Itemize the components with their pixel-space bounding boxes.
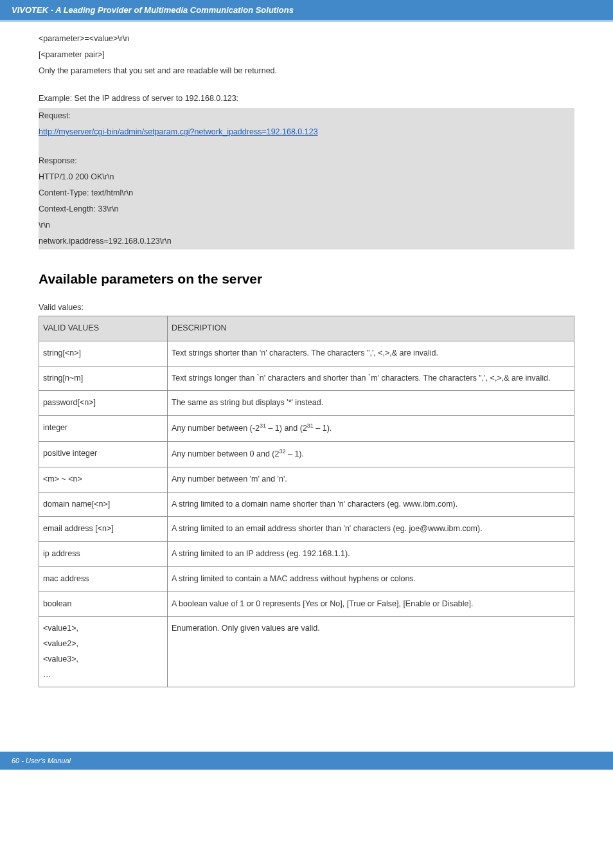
table-row: mac address A string limited to contain … xyxy=(39,566,574,592)
response-label: Response: xyxy=(39,153,574,169)
table-row: string[<n>] Text strings shorter than 'n… xyxy=(39,341,574,366)
cell-desc: The same as string but displays '*' inst… xyxy=(168,391,574,416)
cell-valid: <m> ~ <n> xyxy=(39,467,168,492)
example-caption: Example: Set the IP address of server to… xyxy=(39,91,574,107)
cell-desc: Any number between 'm' and 'n'. xyxy=(168,467,574,492)
cell-desc: Text strings longer than `n' characters … xyxy=(168,366,574,391)
desc-frag: – 1). xyxy=(285,449,304,458)
valid-values-table: VALID VALUES DESCRIPTION string[<n>] Tex… xyxy=(39,316,574,687)
intro-line1: <parameter>=<value>\r\n xyxy=(39,31,574,47)
enum-line: <value2>, xyxy=(43,637,163,652)
page-content: <parameter>=<value>\r\n [<parameter pair… xyxy=(0,22,613,713)
header-title: VIVOTEK - A Leading Provider of Multimed… xyxy=(12,5,294,15)
response-line1: HTTP/1.0 200 OK\r\n xyxy=(39,169,574,185)
response-line3: Context-Length: 33\r\n xyxy=(39,201,574,217)
cell-desc: Any number between 0 and (232 – 1). xyxy=(168,441,574,467)
cell-valid: ip address xyxy=(39,542,168,567)
cell-valid: string[<n>] xyxy=(39,341,168,366)
desc-frag: – 1). xyxy=(314,424,332,433)
table-row: password[<n>] The same as string but dis… xyxy=(39,391,574,416)
cell-valid: password[<n>] xyxy=(39,391,168,416)
cell-valid: <value1>, <value2>, <value3>, … xyxy=(39,617,168,687)
table-row: positive integer Any number between 0 an… xyxy=(39,441,574,467)
request-url-link[interactable]: http://myserver/cgi-bin/admin/setparam.c… xyxy=(39,127,318,136)
cell-desc: A string limited to a domain name shorte… xyxy=(168,492,574,517)
cell-valid: positive integer xyxy=(39,441,168,467)
cell-desc: Text strings shorter than 'n' characters… xyxy=(168,341,574,366)
cell-desc: A string limited to an email address sho… xyxy=(168,517,574,542)
table-row: ip address A string limited to an IP add… xyxy=(39,542,574,567)
request-label: Request: xyxy=(39,108,574,124)
table-row: boolean A boolean value of 1 or 0 repres… xyxy=(39,592,574,617)
enum-line: <value1>, xyxy=(43,621,163,637)
desc-frag: – 1) and (2 xyxy=(266,424,307,433)
cell-valid: boolean xyxy=(39,592,168,617)
desc-sup: 31 xyxy=(260,422,266,429)
cell-desc: A boolean value of 1 or 0 represents [Ye… xyxy=(168,592,574,617)
intro-block: <parameter>=<value>\r\n [<parameter pair… xyxy=(39,31,574,79)
th-description: DESCRIPTION xyxy=(168,316,574,341)
table-row: string[n~m] Text strings longer than `n'… xyxy=(39,366,574,391)
table-row: email address [<n>] A string limited to … xyxy=(39,517,574,542)
page-footer: 60 - User's Manual xyxy=(0,752,613,770)
table-row: <value1>, <value2>, <value3>, … Enumerat… xyxy=(39,617,574,687)
cell-valid: domain name[<n>] xyxy=(39,492,168,517)
cell-valid: mac address xyxy=(39,566,168,592)
page-header: VIVOTEK - A Leading Provider of Multimed… xyxy=(0,0,613,22)
section-heading: Available parameters on the server xyxy=(39,271,574,287)
response-line5: network.ipaddress=192.168.0.123\r\n xyxy=(39,233,574,249)
cell-valid: integer xyxy=(39,416,168,442)
desc-frag: Any number between (-2 xyxy=(172,424,260,433)
enum-line: <value3>, xyxy=(43,652,163,667)
cell-desc: Enumeration. Only given values are valid… xyxy=(168,617,574,687)
table-row: <m> ~ <n> Any number between 'm' and 'n'… xyxy=(39,467,574,492)
cell-desc: A string limited to an IP address (eg. 1… xyxy=(168,542,574,567)
response-line4: \r\n xyxy=(39,217,574,233)
cell-valid: string[n~m] xyxy=(39,366,168,391)
table-row: domain name[<n>] A string limited to a d… xyxy=(39,492,574,517)
desc-sup: 31 xyxy=(307,422,314,429)
desc-frag: Any number between 0 and (2 xyxy=(172,449,279,458)
desc-sup: 32 xyxy=(279,448,285,455)
th-valid-values: VALID VALUES xyxy=(39,316,168,341)
table-header-row: VALID VALUES DESCRIPTION xyxy=(39,316,574,341)
cell-desc: Any number between (-231 – 1) and (231 –… xyxy=(168,416,574,442)
table-caption: Valid values: xyxy=(39,300,574,316)
enum-line: … xyxy=(43,667,163,683)
intro-line2: [<parameter pair>] xyxy=(39,47,574,63)
footer-text: 60 - User's Manual xyxy=(12,757,71,764)
response-line2: Content-Type: text/html\r\n xyxy=(39,185,574,201)
intro-line3: Only the parameters that you set and are… xyxy=(39,63,574,79)
cell-valid: email address [<n>] xyxy=(39,517,168,542)
cell-desc: A string limited to contain a MAC addres… xyxy=(168,566,574,592)
table-row: integer Any number between (-231 – 1) an… xyxy=(39,416,574,442)
request-block: Request: http://myserver/cgi-bin/admin/s… xyxy=(39,108,574,249)
